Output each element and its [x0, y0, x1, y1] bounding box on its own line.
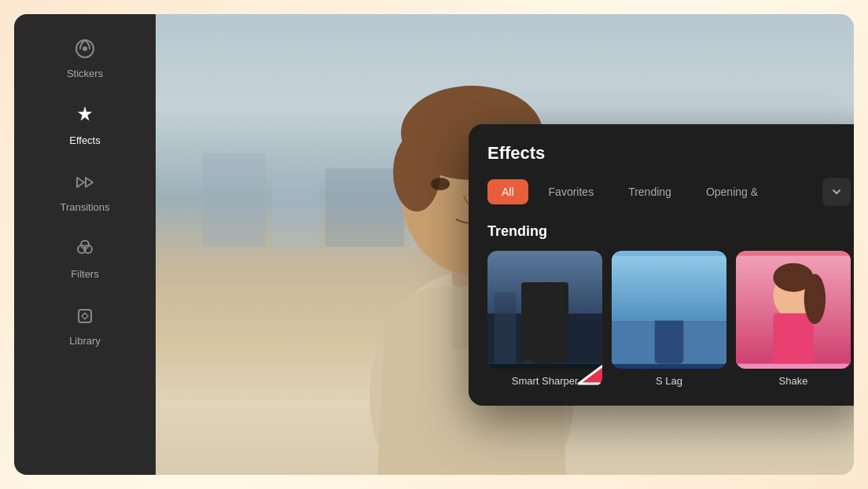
shake-thumbnail: [736, 251, 851, 369]
tab-favorites[interactable]: Favorites: [535, 179, 609, 204]
effect-card-shake[interactable]: Shake: [736, 251, 851, 387]
shake-label: Shake: [736, 375, 851, 387]
sidebar-item-filters[interactable]: Filters: [14, 227, 156, 291]
transitions-icon: [74, 171, 96, 197]
tab-trending[interactable]: Trending: [614, 179, 686, 204]
sidebar-item-effects-label: Effects: [69, 134, 101, 146]
chevron-down-icon: [830, 186, 843, 198]
filter-tabs: All Favorites Trending Opening &: [487, 178, 851, 206]
tab-opening[interactable]: Opening &: [692, 179, 772, 204]
svg-rect-22: [487, 256, 602, 314]
effects-icon: [74, 105, 96, 130]
svg-marker-23: [579, 348, 602, 384]
s-lag-thumb-art: [612, 251, 726, 369]
filters-icon: [74, 238, 96, 263]
s-lag-thumbnail: [612, 251, 726, 369]
svg-rect-19: [524, 299, 538, 363]
svg-rect-32: [773, 314, 813, 364]
effects-grid: Smart Sharper: [487, 251, 851, 387]
svg-point-10: [393, 133, 440, 211]
svg-point-34: [804, 274, 826, 324]
sidebar-item-effects[interactable]: Effects: [14, 94, 156, 157]
svg-point-20: [532, 287, 558, 318]
main-content: Effects All Favorites Trending Opening &…: [156, 14, 854, 475]
cursor-arrow-icon: [575, 340, 602, 387]
sidebar-item-library-label: Library: [69, 335, 101, 347]
effects-panel-title: Effects: [487, 143, 851, 164]
trending-section-label: Trending: [487, 223, 851, 240]
svg-point-1: [83, 46, 87, 51]
s-lag-label: S Lag: [612, 375, 726, 387]
tab-all[interactable]: All: [487, 179, 528, 204]
sidebar-item-stickers-label: Stickers: [67, 68, 103, 79]
sidebar: Stickers Effects Transitions: [14, 14, 156, 475]
svg-rect-28: [612, 256, 726, 321]
svg-rect-21: [532, 314, 558, 363]
sidebar-item-transitions[interactable]: Transitions: [14, 160, 156, 224]
svg-rect-5: [79, 310, 91, 322]
sidebar-item-stickers[interactable]: Stickers: [14, 27, 156, 90]
app-container: Stickers Effects Transitions: [14, 14, 854, 475]
more-tabs-button[interactable]: [822, 178, 851, 206]
stickers-icon: [74, 38, 96, 63]
cursor-pointer: [575, 340, 602, 387]
effect-card-smart-sharper[interactable]: Smart Sharper: [487, 251, 602, 387]
effect-card-s-lag[interactable]: S Lag: [612, 251, 726, 387]
sidebar-item-library[interactable]: Library: [14, 294, 156, 358]
library-icon: [74, 305, 96, 330]
sidebar-item-filters-label: Filters: [71, 268, 98, 280]
effects-panel: Effects All Favorites Trending Opening &…: [469, 124, 854, 406]
preview-area: Effects All Favorites Trending Opening &…: [156, 14, 854, 475]
shake-thumb-art: [736, 251, 851, 369]
sidebar-item-transitions-label: Transitions: [60, 201, 109, 213]
svg-point-12: [431, 178, 450, 190]
